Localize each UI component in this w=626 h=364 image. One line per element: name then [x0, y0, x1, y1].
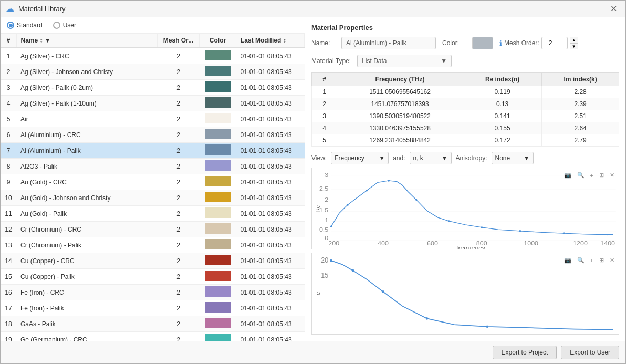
chart1-plus-btn[interactable]: +	[588, 170, 596, 180]
materials-table-container[interactable]: # Name ↕ ▼ Mesh Or... Color Last Modifie…	[1, 34, 305, 341]
radio-user-label: User	[63, 22, 76, 29]
color-label: Color:	[442, 39, 466, 47]
chart1-toolbar: 📷 🔍 + ⊞ ✕	[562, 170, 617, 180]
material-library-window: ☁ Material Library ✕ Standard User	[0, 0, 626, 364]
dt-cell-im: 2.51	[542, 110, 619, 122]
cell-mesh: 2	[158, 159, 200, 174]
svg-text:3: 3	[325, 172, 328, 178]
view-select[interactable]: Frequency ▼	[331, 152, 389, 164]
table-row[interactable]: 14 Cu (Copper) - CRC 2 01-01-01 08:05:43	[1, 253, 305, 269]
cell-name: Air	[16, 111, 158, 127]
dt-cell-freq: 1390.5030519480522	[337, 110, 463, 122]
cell-mesh: 2	[158, 269, 200, 285]
color-swatch	[205, 66, 231, 76]
type-dropdown-icon: ▼	[441, 57, 447, 65]
table-row[interactable]: 11 Au (Gold) - Palik 2 01-01-01 08:05:43	[1, 206, 305, 222]
mesh-up-button[interactable]: ▲	[570, 37, 578, 43]
mesh-order-input[interactable]	[541, 37, 568, 49]
svg-text:400: 400	[378, 241, 389, 246]
data-table-row: 4 1330.0463975155528 0.155 2.64	[312, 122, 619, 134]
dt-cell-im: 2.64	[542, 122, 619, 134]
cell-color	[200, 285, 236, 300]
cell-name: Au (Gold) - CRC	[16, 174, 158, 190]
table-row[interactable]: 7 Al (Aluminium) - Palik 2 01-01-01 08:0…	[1, 143, 305, 159]
name-input[interactable]	[341, 37, 436, 49]
export-to-project-button[interactable]: Export to Project	[493, 346, 557, 359]
color-swatch	[205, 113, 231, 123]
table-row[interactable]: 16 Fe (Iron) - CRC 2 01-01-01 08:05:43	[1, 285, 305, 300]
cell-name: Au (Gold) - Johnson and Christy	[16, 190, 158, 206]
cell-name: Ag (Silver) - Palik (0-2um)	[16, 80, 158, 96]
dt-cell-freq: 1511.0506955645162	[337, 86, 463, 98]
mesh-info-icon[interactable]: ℹ	[499, 39, 502, 47]
col-mesh[interactable]: Mesh Or...	[158, 34, 200, 48]
type-select[interactable]: List Data ▼	[357, 55, 452, 67]
data-table-section: # Frequency (THz) Re index(n) Im index(k…	[311, 72, 619, 147]
table-row[interactable]: 10 Au (Gold) - Johnson and Christy 2 01-…	[1, 190, 305, 206]
table-row[interactable]: 13 Cr (Chromium) - Palik 2 01-01-01 08:0…	[1, 237, 305, 253]
table-row[interactable]: 4 Ag (Silver) - Palik (1-10um) 2 01-01-0…	[1, 96, 305, 111]
radio-user[interactable]: User	[53, 22, 76, 29]
chart1-close-btn[interactable]: ✕	[608, 170, 617, 180]
name-row: Name: Color: ℹ Mesh Order: ▲ ▼	[311, 37, 619, 49]
table-row[interactable]: 9 Au (Gold) - CRC 2 01-01-01 08:05:43	[1, 174, 305, 190]
anisotropy-value: None	[495, 154, 510, 162]
cell-modified: 01-01-01 08:05:43	[236, 64, 305, 80]
table-row[interactable]: 2 Ag (Silver) - Johnson and Christy 2 01…	[1, 64, 305, 80]
table-row[interactable]: 1 Ag (Silver) - CRC 2 01-01-01 08:05:43	[1, 48, 305, 64]
color-swatch	[205, 223, 231, 234]
svg-point-31	[563, 232, 565, 234]
table-row[interactable]: 3 Ag (Silver) - Palik (0-2um) 2 01-01-01…	[1, 80, 305, 96]
table-row[interactable]: 18 GaAs - Palik 2 01-01-01 08:05:43	[1, 316, 305, 332]
close-button[interactable]: ✕	[607, 3, 620, 15]
col-num[interactable]: #	[1, 34, 16, 48]
export-to-user-button[interactable]: Export to User	[561, 346, 619, 359]
chart1-expand-btn[interactable]: ⊞	[597, 170, 606, 180]
cell-num: 11	[1, 206, 16, 222]
chart2-close-btn[interactable]: ✕	[608, 255, 617, 265]
re-chart: 📷 🔍 + ⊞ ✕ Re 3 2.5 2 1.5 1	[311, 168, 619, 249]
radio-standard-circle	[7, 22, 14, 29]
svg-text:2.5: 2.5	[319, 186, 328, 192]
mesh-down-button[interactable]: ▼	[570, 43, 578, 49]
table-row[interactable]: 15 Cu (Copper) - Palik 2 01-01-01 08:05:…	[1, 269, 305, 285]
radio-user-circle	[53, 22, 60, 29]
color-swatch[interactable]	[472, 37, 493, 49]
type-label: Material Type:	[311, 57, 351, 65]
table-row[interactable]: 12 Cr (Chromium) - CRC 2 01-01-01 08:05:…	[1, 222, 305, 237]
chart2-plus-btn[interactable]: +	[588, 255, 596, 265]
cell-mesh: 2	[158, 127, 200, 143]
chart1-zoom-btn[interactable]: 🔍	[575, 170, 587, 180]
table-row[interactable]: 8 Al2O3 - Palik 2 01-01-01 08:05:43	[1, 159, 305, 174]
table-row[interactable]: 19 Ge (Germanium) - CRC 2 01-01-01 08:05…	[1, 332, 305, 341]
dt-cell-freq: 1451.076757018393	[337, 98, 463, 110]
im-chart-svg: c 20 15	[312, 253, 619, 334]
cell-num: 15	[1, 269, 16, 285]
col-name[interactable]: Name ↕ ▼	[16, 34, 158, 48]
chart1-camera-btn[interactable]: 📷	[562, 170, 573, 180]
chart2-expand-btn[interactable]: ⊞	[597, 255, 606, 265]
materials-tbody: 1 Ag (Silver) - CRC 2 01-01-01 08:05:43 …	[1, 48, 305, 341]
cell-num: 5	[1, 111, 16, 127]
cell-mesh: 2	[158, 222, 200, 237]
table-row[interactable]: 17 Fe (Iron) - Palik 2 01-01-01 08:05:43	[1, 300, 305, 316]
mesh-order-label: Mesh Order:	[504, 39, 539, 47]
chart2-zoom-btn[interactable]: 🔍	[575, 255, 587, 265]
anisotropy-select[interactable]: None ▼	[492, 152, 534, 164]
table-row[interactable]: 6 Al (Aluminium) - CRC 2 01-01-01 08:05:…	[1, 127, 305, 143]
frequency-data-table: # Frequency (THz) Re index(n) Im index(k…	[311, 72, 619, 147]
data-table-header: # Frequency (THz) Re index(n) Im index(k…	[312, 73, 619, 86]
cell-name: Cr (Chromium) - Palik	[16, 237, 158, 253]
cell-num: 19	[1, 332, 16, 341]
chart2-camera-btn[interactable]: 📷	[562, 255, 573, 265]
cell-color	[200, 332, 236, 341]
and-select[interactable]: n, k ▼	[410, 152, 452, 164]
cell-color	[200, 316, 236, 332]
radio-standard[interactable]: Standard	[7, 22, 43, 29]
table-row[interactable]: 5 Air 2 01-01-01 08:05:43	[1, 111, 305, 127]
cell-mesh: 2	[158, 111, 200, 127]
data-table-row: 5 1269.2314055884842 0.172 2.79	[312, 134, 619, 147]
cell-color	[200, 300, 236, 316]
type-row: Material Type: List Data ▼	[311, 55, 619, 67]
col-modified[interactable]: Last Modified ↕	[236, 34, 305, 48]
